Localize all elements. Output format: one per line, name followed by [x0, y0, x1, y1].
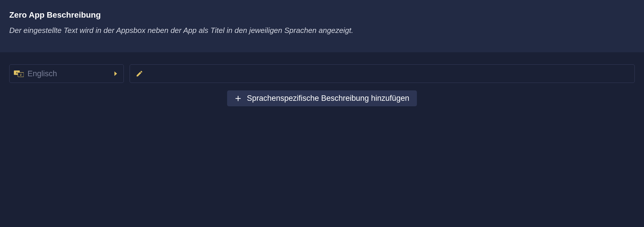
translate-icon: A Z — [14, 70, 24, 78]
add-button-container: Sprachenspezifische Beschreibung hinzufü… — [9, 90, 635, 106]
plus-icon — [235, 95, 242, 102]
description-panel: Zero App Beschreibung Der eingestellte T… — [0, 0, 644, 227]
language-select[interactable]: A Z Englisch — [9, 64, 124, 83]
panel-title: Zero App Beschreibung — [9, 10, 635, 20]
panel-header: Zero App Beschreibung Der eingestellte T… — [0, 0, 644, 52]
language-label: Englisch — [27, 69, 114, 78]
svg-text:Z: Z — [20, 73, 22, 76]
chevron-right-icon — [114, 71, 118, 76]
svg-text:A: A — [16, 71, 18, 74]
panel-content: A Z Englisch — [0, 52, 644, 106]
description-row: A Z Englisch — [9, 64, 635, 83]
add-language-description-button[interactable]: Sprachenspezifische Beschreibung hinzufü… — [227, 90, 417, 106]
panel-subtitle: Der eingestellte Text wird in der Appsbo… — [9, 26, 635, 35]
pencil-icon — [136, 70, 143, 77]
description-input[interactable] — [130, 64, 635, 83]
add-button-label: Sprachenspezifische Beschreibung hinzufü… — [247, 94, 409, 103]
